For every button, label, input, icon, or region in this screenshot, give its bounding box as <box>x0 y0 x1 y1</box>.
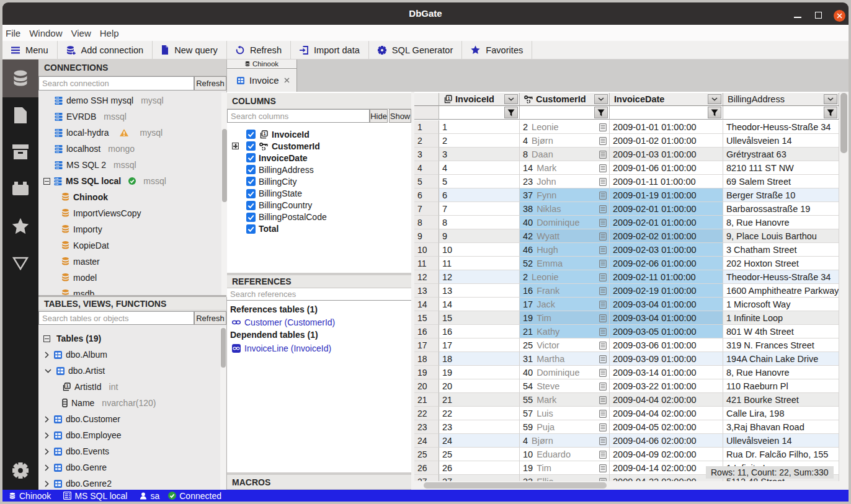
svg-text:1: 1 <box>448 95 450 101</box>
svg-text:1: 1 <box>264 130 266 136</box>
svg-text:1: 1 <box>66 383 69 389</box>
